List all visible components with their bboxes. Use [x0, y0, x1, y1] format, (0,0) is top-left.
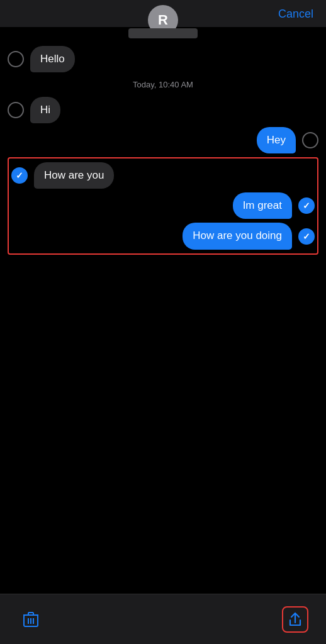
trash-icon	[23, 611, 39, 628]
bottom-toolbar	[0, 594, 326, 644]
bubble-msg1: Hello	[30, 46, 75, 72]
message-row: Hi	[8, 97, 318, 123]
checkmark-icon: ✓	[16, 170, 23, 180]
contact-name-bar	[128, 28, 198, 38]
selection-circle-msg2[interactable]	[8, 102, 24, 118]
timestamp: Today, 10:40 AM	[8, 80, 318, 89]
selection-circle-msg3[interactable]	[302, 132, 318, 148]
message-row: ✓ Im great	[11, 192, 315, 219]
share-button[interactable]	[282, 606, 308, 633]
checkmark-icon: ✓	[303, 231, 310, 242]
message-row: ✓ How are you	[11, 162, 315, 189]
message-row: ✓ How are you doing	[11, 223, 315, 249]
message-row: Hey	[8, 127, 318, 153]
selection-circle-msg6[interactable]: ✓	[298, 228, 315, 245]
header: R Cancel	[0, 0, 326, 27]
bubble-msg2: Hi	[30, 97, 60, 123]
selection-circle-msg1[interactable]	[8, 51, 24, 67]
bubble-msg6: How are you doing	[183, 223, 292, 249]
selection-highlight-box: ✓ How are you ✓ Im great ✓ How are you d…	[8, 157, 318, 254]
share-icon	[287, 611, 303, 628]
message-row: Hello	[8, 46, 318, 72]
checkmark-icon: ✓	[303, 201, 310, 211]
selection-circle-msg5[interactable]: ✓	[298, 197, 315, 214]
cancel-button[interactable]: Cancel	[278, 8, 313, 21]
chat-area: Hello Today, 10:40 AM Hi Hey ✓ How are y…	[0, 27, 326, 264]
bubble-msg5: Im great	[233, 192, 292, 219]
selection-circle-msg4[interactable]: ✓	[11, 167, 28, 184]
bubble-msg3: Hey	[257, 127, 296, 153]
bubble-msg4: How are you	[34, 162, 114, 189]
delete-button[interactable]	[18, 606, 44, 633]
